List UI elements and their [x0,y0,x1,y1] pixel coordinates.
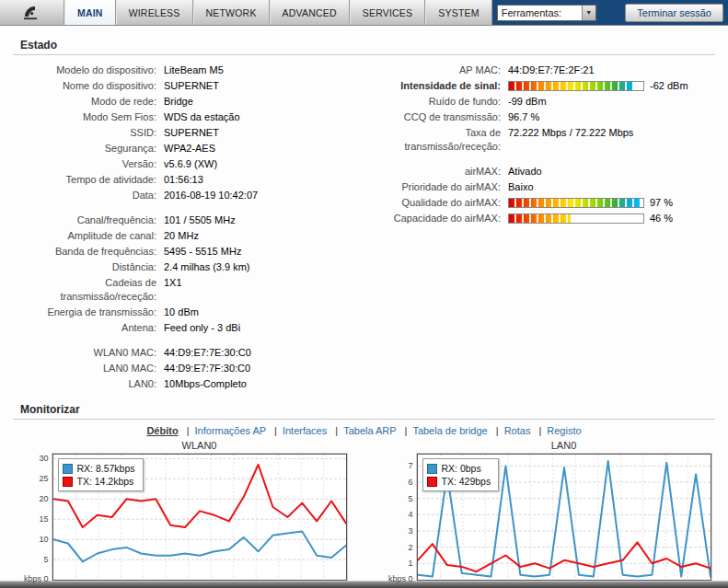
status-value: -99 dBm [508,94,688,110]
link-interfaces[interactable]: Interfaces [283,425,327,436]
y-axis-tick: 1 [408,559,412,568]
logout-button[interactable]: Terminar sessão [625,4,723,22]
status-table-right: AP MAC:44:D9:E7:7E:2F:21 Intensidade de … [368,63,688,226]
tools-select-value: Ferramentas: [502,7,561,18]
airmax-capacity-value: 46 % [650,212,673,225]
status-value: 44:D9:E7:7E:2F:21 [508,63,688,78]
y-axis-origin-label: kbps 0 [388,574,413,583]
signal-strength-value: -62 dBm [650,79,688,93]
status-table-left: Modelo do dispositivo:LiteBeam M5 Nome d… [7,63,368,392]
y-axis-tick: 4 [408,511,412,519]
status-row: Capacidade do airMAX: 46 % [368,211,688,226]
tools-select[interactable]: Ferramentas: ▼ [497,5,596,21]
rx-series-swatch [427,464,437,474]
status-row: Energia de transmissão:10 dBm [7,305,368,320]
chart-title: WLAN0 [17,440,347,451]
y-axis-labels: 7654321kbps 0 [382,454,417,581]
status-label: SSID: [7,125,164,141]
status-row: SSID:SUPERNET [7,125,368,141]
monitor-links: Débito Informações AP Interfaces Tabela … [0,425,728,436]
link-informacoes-ap[interactable]: Informações AP [195,425,266,436]
link-rotas[interactable]: Rotas [504,425,531,436]
legend-item: TX: 429bps [427,475,491,488]
status-row: airMAX:Ativado [368,155,688,179]
status-value: WPA2-AES [164,141,368,156]
signal-strength-meter [508,81,644,91]
ubiquiti-logo[interactable] [0,0,64,25]
status-row: Intensidade de sinal: -62 dBm [368,78,688,94]
y-axis-tick: 15 [39,515,48,524]
status-row: Tempo de atividade:01:56:13 [7,172,368,188]
status-row: Data:2016-08-19 10:42:07 [7,188,368,203]
status-label: WLAN0 MAC: [7,336,164,361]
status-row: Amplitude de canal:20 MHz [7,228,368,244]
main-tabs: MAIN WIRELESS NETWORK ADVANCED SERVICES … [64,0,492,25]
status-row: Taxa de transmissão/receção:72.222 Mbps … [368,125,688,155]
status-value: Bridge [164,94,368,110]
status-value: 44:D9:E7:7E:30:C0 [164,336,368,361]
legend-label: RX: 8.57kbps [77,463,135,474]
status-value: 5495 - 5515 MHz [164,244,368,259]
status-grid: Modelo do dispositivo:LiteBeam M5 Nome d… [0,55,728,394]
top-tab-bar: MAIN WIRELESS NETWORK ADVANCED SERVICES … [0,0,728,26]
status-value: v5.6.9 (XW) [164,156,368,172]
legend-item: RX: 8.57kbps [63,462,135,475]
status-row: CCQ de transmissão:96.7 % [368,110,688,125]
link-tabela-bridge[interactable]: Tabela de bridge [412,425,487,436]
tab-services[interactable]: SERVICES [350,0,426,25]
status-label: Prioridade do airMAX: [368,179,508,195]
tab-main[interactable]: MAIN [64,0,116,25]
tab-system[interactable]: SYSTEM [425,0,491,25]
status-value: SUPERNET [164,78,368,94]
monitorizar-section-title: Monitorizar [13,399,715,420]
link-debito[interactable]: Débito [146,425,178,436]
plot-area-lan0: RX: 0bpsTX: 429bps [417,454,711,581]
status-row: Nome do dispositivo:SUPERNET [7,78,368,94]
status-label: Data: [7,188,164,203]
y-axis-tick: 5 [408,495,412,503]
legend-item: RX: 0bps [427,462,491,475]
main-content: Estado Modelo do dispositivo:LiteBeam M5… [0,26,728,581]
status-value: 01:56:13 [164,172,368,188]
status-label: LAN0 MAC: [7,361,164,376]
status-label: CCQ de transmissão: [368,110,508,125]
status-value: 1X1 [164,275,368,305]
tab-network[interactable]: NETWORK [193,0,270,25]
status-label: AP MAC: [368,63,508,78]
y-axis-tick: 6 [408,478,412,487]
status-label: Modelo do dispositivo: [7,63,164,78]
status-label: Modo Sem Fios: [7,110,164,125]
status-value: Feed only - 3 dBi [164,320,368,336]
status-label: Canal/frequência: [7,203,164,228]
airmax-quality-meter [508,198,644,208]
chart-wlan0: WLAN0 30252015105kbps 0 RX: 8.57kbpsTX: … [17,440,347,581]
status-label: Nome do dispositivo: [7,78,164,94]
link-registo[interactable]: Registo [547,425,581,436]
status-value: 101 / 5505 MHz [164,203,368,228]
y-axis-tick: 7 [408,462,412,470]
y-axis-tick: 10 [39,536,48,544]
tx-series-swatch [427,477,437,487]
status-value: 96.7 % [508,110,688,125]
status-label: Distância: [7,259,164,275]
legend-label: TX: 14.2kbps [77,476,134,487]
status-row: Canal/frequência:101 / 5505 MHz [7,203,368,228]
chart-legend: RX: 0bpsTX: 429bps [422,458,500,491]
status-label: Modo de rede: [7,94,164,110]
status-row: Modelo do dispositivo:LiteBeam M5 [7,63,368,78]
status-row: Cadeias de transmissão/receção:1X1 [7,275,368,305]
chart-title: LAN0 [382,440,711,451]
rx-series-swatch [63,464,73,474]
status-row: Modo de rede:Bridge [7,94,368,110]
status-label: airMAX: [368,155,508,179]
status-value: 2.4 milhas (3.9 km) [164,259,368,275]
tab-wireless[interactable]: WIRELESS [116,0,193,25]
chevron-down-icon: ▼ [582,6,595,20]
tab-advanced[interactable]: ADVANCED [270,0,350,25]
status-label: Versão: [7,156,164,172]
y-axis-origin-label: kbps 0 [24,574,49,583]
status-row: Versão:v5.6.9 (XW) [7,156,368,172]
status-label: Ruído de fundo: [368,94,508,110]
y-axis-tick: 25 [39,475,48,483]
link-tabela-arp[interactable]: Tabela ARP [343,425,396,436]
